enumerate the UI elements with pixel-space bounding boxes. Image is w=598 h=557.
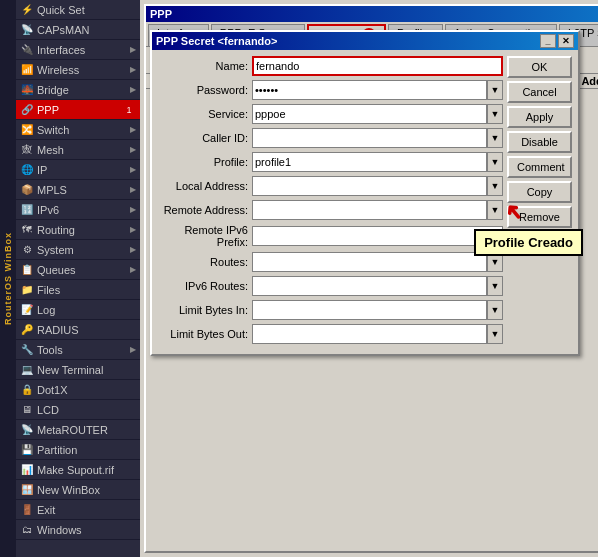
sidebar-label-lcd: LCD (37, 404, 136, 416)
sidebar-item-exit[interactable]: 🚪 Exit (16, 500, 140, 520)
field-limit-bytes-out-row: Limit Bytes Out: ▼ (158, 324, 503, 344)
field-service-input[interactable] (252, 104, 487, 124)
limit-bytes-out-dropdown-btn[interactable]: ▼ (487, 324, 503, 344)
field-name-row: Name: (158, 56, 503, 76)
ip-arrow: ▶ (130, 165, 136, 174)
field-profile-input[interactable] (252, 152, 487, 172)
ppp-secret-dialog: PPP Secret <fernando> _ ✕ Name: Password… (150, 30, 580, 356)
field-password-input[interactable] (252, 80, 487, 100)
dot1x-icon: 🔒 (20, 383, 34, 397)
sidebar-item-windows[interactable]: 🗂 Windows (16, 520, 140, 540)
field-limit-bytes-in-row: Limit Bytes In: ▼ (158, 300, 503, 320)
radius-icon: 🔑 (20, 323, 34, 337)
comment-button[interactable]: Comment (507, 156, 572, 178)
dialog-body: Name: Password: ▼ Service: (152, 50, 578, 354)
sidebar-item-files[interactable]: 📁 Files (16, 280, 140, 300)
field-caller-id-input[interactable] (252, 128, 487, 148)
field-remote-address-input[interactable] (252, 200, 487, 220)
field-remote-ipv6-input[interactable] (252, 226, 503, 246)
wireless-icon: 📶 (20, 63, 34, 77)
bridge-arrow: ▶ (130, 85, 136, 94)
field-limit-bytes-in-input[interactable] (252, 300, 487, 320)
ipv6-routes-dropdown-btn[interactable]: ▼ (487, 276, 503, 296)
sidebar-item-interfaces[interactable]: 🔌 Interfaces ▶ (16, 40, 140, 60)
field-password-row: Password: ▼ (158, 80, 503, 100)
field-name-label: Name: (158, 60, 248, 72)
dialog-minimize-button[interactable]: _ (540, 34, 556, 48)
field-routes-input[interactable] (252, 252, 487, 272)
sidebar-item-radius[interactable]: 🔑 RADIUS (16, 320, 140, 340)
field-profile-wrapper: ▼ (252, 152, 503, 172)
sidebar-label-files: Files (37, 284, 136, 296)
field-caller-id-row: Caller ID: ▼ (158, 128, 503, 148)
field-local-address-input[interactable] (252, 176, 487, 196)
sidebar-item-ppp[interactable]: 🔗 PPP 1 (16, 100, 140, 120)
cancel-button[interactable]: Cancel (507, 81, 572, 103)
sidebar-item-system[interactable]: ⚙ System ▶ (16, 240, 140, 260)
field-name-input[interactable] (252, 56, 503, 76)
sidebar-item-quick-set[interactable]: ⚡ Quick Set (16, 0, 140, 20)
sidebar-item-new-terminal[interactable]: 💻 New Terminal (16, 360, 140, 380)
tools-arrow: ▶ (130, 345, 136, 354)
sidebar-item-switch[interactable]: 🔀 Switch ▶ (16, 120, 140, 140)
sidebar-item-new-winbox[interactable]: 🪟 New WinBox (16, 480, 140, 500)
field-ipv6-routes-input[interactable] (252, 276, 487, 296)
sidebar-item-make-supout[interactable]: 📊 Make Supout.rif (16, 460, 140, 480)
bridge-icon: 🌉 (20, 83, 34, 97)
files-icon: 📁 (20, 283, 34, 297)
sidebar-item-bridge[interactable]: 🌉 Bridge ▶ (16, 80, 140, 100)
sidebar-item-ipv6[interactable]: 🔢 IPv6 ▶ (16, 200, 140, 220)
sidebar-label-system: System (37, 244, 130, 256)
ppp-title: PPP (150, 8, 172, 20)
profile-creado-tooltip: Profile Creado (474, 229, 583, 256)
system-icon: ⚙ (20, 243, 34, 257)
partition-icon: 💾 (20, 443, 34, 457)
mpls-arrow: ▶ (130, 185, 136, 194)
field-routes-wrapper: ▼ (252, 252, 503, 272)
queues-icon: 📋 (20, 263, 34, 277)
field-routes-row: Routes: ▼ (158, 252, 503, 272)
apply-button[interactable]: Apply (507, 106, 572, 128)
sidebar-item-wireless[interactable]: 📶 Wireless ▶ (16, 60, 140, 80)
ok-button[interactable]: OK (507, 56, 572, 78)
sidebar-item-partition[interactable]: 💾 Partition (16, 440, 140, 460)
sidebar-item-metarouter[interactable]: 📡 MetaROUTER (16, 420, 140, 440)
sidebar-label-quick-set: Quick Set (37, 4, 136, 16)
field-limit-bytes-in-label: Limit Bytes In: (158, 304, 248, 316)
sidebar-item-tools[interactable]: 🔧 Tools ▶ (16, 340, 140, 360)
password-dropdown-btn[interactable]: ▼ (487, 80, 503, 100)
field-ipv6-routes-label: IPv6 Routes: (158, 280, 248, 292)
sidebar-item-ip[interactable]: 🌐 IP ▶ (16, 160, 140, 180)
sidebar-item-log[interactable]: 📝 Log (16, 300, 140, 320)
dialog-form: Name: Password: ▼ Service: (158, 56, 503, 348)
sidebar-nav: ⚡ Quick Set 📡 CAPsMAN 🔌 Interfaces ▶ 📶 W… (16, 0, 140, 557)
sidebar-item-dot1x[interactable]: 🔒 Dot1X (16, 380, 140, 400)
windows-icon: 🗂 (20, 523, 34, 537)
field-ipv6-routes-wrapper: ▼ (252, 276, 503, 296)
dialog-close-button[interactable]: ✕ (558, 34, 574, 48)
sidebar-label-new-terminal: New Terminal (37, 364, 136, 376)
sidebar-label-tools: Tools (37, 344, 130, 356)
caller-id-dropdown-btn[interactable]: ▼ (487, 128, 503, 148)
switch-icon: 🔀 (20, 123, 34, 137)
field-caller-id-wrapper: ▼ (252, 128, 503, 148)
field-limit-bytes-out-input[interactable] (252, 324, 487, 344)
sidebar-item-capsman[interactable]: 📡 CAPsMAN (16, 20, 140, 40)
sidebar-item-routing[interactable]: 🗺 Routing ▶ (16, 220, 140, 240)
sidebar-item-mpls[interactable]: 📦 MPLS ▶ (16, 180, 140, 200)
sidebar-label-partition: Partition (37, 444, 136, 456)
sidebar-label-windows: Windows (37, 524, 136, 536)
profile-dropdown-btn[interactable]: ▼ (487, 152, 503, 172)
sidebar-label-routing: Routing (37, 224, 130, 236)
sidebar-item-lcd[interactable]: 🖥 LCD (16, 400, 140, 420)
system-arrow: ▶ (130, 245, 136, 254)
wireless-arrow: ▶ (130, 65, 136, 74)
sidebar-label-mpls: MPLS (37, 184, 130, 196)
sidebar-label-new-winbox: New WinBox (37, 484, 136, 496)
local-address-dropdown-btn[interactable]: ▼ (487, 176, 503, 196)
limit-bytes-in-dropdown-btn[interactable]: ▼ (487, 300, 503, 320)
disable-button[interactable]: Disable (507, 131, 572, 153)
sidebar-item-mesh[interactable]: 🕸 Mesh ▶ (16, 140, 140, 160)
sidebar-item-queues[interactable]: 📋 Queues ▶ (16, 260, 140, 280)
service-dropdown-btn[interactable]: ▼ (487, 104, 503, 124)
